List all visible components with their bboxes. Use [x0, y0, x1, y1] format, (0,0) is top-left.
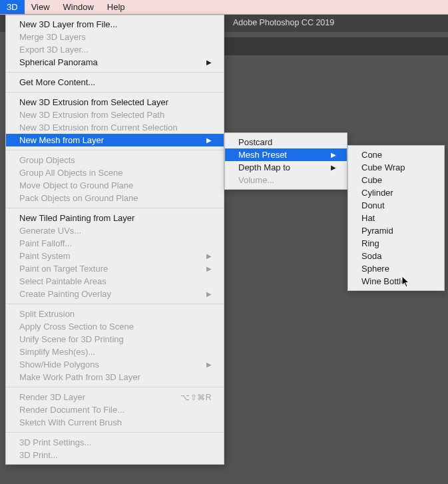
submenu-arrow-icon: ▶ — [206, 290, 212, 298]
menu-item-paint-target-texture: Paint on Target Texture▶ — [6, 262, 224, 275]
menubar-item-view[interactable]: View — [25, 0, 57, 14]
menu-item-paint-system: Paint System▶ — [6, 250, 224, 262]
menu-item-new-mesh-from-layer[interactable]: New Mesh from Layer▶ — [6, 134, 224, 146]
menu-item-make-work-path: Make Work Path from 3D Layer — [6, 371, 224, 383]
menu-separator — [6, 150, 224, 150]
submenu-arrow-icon: ▶ — [206, 136, 212, 144]
menu-item-3d-print-settings: 3D Print Settings... — [6, 436, 224, 449]
menu-item-select-paintable-areas: Select Paintable Areas — [6, 275, 224, 288]
app-title: Adobe Photoshop CC 2019 — [233, 18, 334, 27]
menu-separator — [6, 208, 224, 208]
menu-item-show-hide-polygons: Show/Hide Polygons▶ — [6, 358, 224, 371]
menu-separator — [6, 92, 224, 93]
submenu-item-volume: Volume... — [225, 174, 347, 186]
menu-shortcut: ⌥⇧⌘R — [180, 393, 212, 402]
menu-item-group-objects: Group Objects — [6, 154, 224, 166]
submenu-arrow-icon: ▶ — [206, 265, 212, 272]
menu-separator — [6, 387, 224, 387]
menu-item-paint-falloff: Paint Falloff... — [6, 237, 224, 250]
menu-item-new-3d-layer-from-file[interactable]: New 3D Layer from File... — [6, 18, 224, 31]
menu-item-move-to-ground: Move Object to Ground Plane — [6, 179, 224, 192]
menu-separator — [6, 432, 224, 433]
menu-item-apply-cross-section: Apply Cross Section to Scene — [6, 320, 224, 333]
preset-item-cylinder[interactable]: Cylinder — [348, 186, 444, 199]
menu-item-split-extrusion: Split Extrusion — [6, 308, 224, 320]
preset-item-cone[interactable]: Cone — [348, 148, 444, 161]
menu-item-new-3d-extrusion-layer[interactable]: New 3D Extrusion from Selected Layer — [6, 96, 224, 109]
menu-item-render-document-to-file: Render Document To File... — [6, 403, 224, 416]
toolbar-strip — [224, 37, 448, 55]
menu-item-unify-for-3d-print: Unify Scene for 3D Printing — [6, 333, 224, 346]
menu-item-create-painting-overlay: Create Painting Overlay▶ — [6, 288, 224, 300]
menu-item-generate-uvs: Generate UVs... — [6, 224, 224, 237]
menu-item-group-all-objects: Group All Objects in Scene — [6, 166, 224, 179]
preset-item-soda[interactable]: Soda — [348, 250, 444, 262]
menu-item-sketch-current-brush: Sketch With Current Brush — [6, 416, 224, 429]
menu-item-3d-print: 3D Print... — [6, 449, 224, 461]
preset-item-cube[interactable]: Cube — [348, 174, 444, 186]
submenu-arrow-icon: ▶ — [331, 151, 336, 158]
menubar: 3D View Window Help — [0, 0, 448, 15]
submenu-item-depth-map-to[interactable]: Depth Map to▶ — [225, 161, 347, 174]
menu-item-merge-3d-layers: Merge 3D Layers — [6, 31, 224, 43]
menu-item-pack-on-ground: Pack Objects on Ground Plane — [6, 192, 224, 204]
submenu-mesh-preset: Cone Cube Wrap Cube Cylinder Donut Hat P… — [347, 145, 445, 291]
preset-item-hat[interactable]: Hat — [348, 212, 444, 224]
submenu-new-mesh-from-layer: Postcard Mesh Preset▶ Depth Map to▶ Volu… — [224, 132, 347, 190]
preset-item-cube-wrap[interactable]: Cube Wrap — [348, 161, 444, 174]
preset-item-ring[interactable]: Ring — [348, 237, 444, 250]
submenu-arrow-icon: ▶ — [331, 164, 336, 171]
menu-item-render-3d-layer: Render 3D Layer⌥⇧⌘R — [6, 391, 224, 403]
menu-3d-dropdown: New 3D Layer from File... Merge 3D Layer… — [5, 15, 224, 465]
submenu-arrow-icon: ▶ — [206, 361, 212, 368]
preset-item-pyramid[interactable]: Pyramid — [348, 224, 444, 237]
menu-item-new-tiled-painting[interactable]: New Tiled Painting from Layer — [6, 212, 224, 224]
submenu-item-mesh-preset[interactable]: Mesh Preset▶ — [225, 148, 347, 161]
menu-item-spherical-panorama[interactable]: Spherical Panorama▶ — [6, 56, 224, 69]
menu-item-simplify-meshes: Simplify Mesh(es)... — [6, 346, 224, 358]
submenu-arrow-icon: ▶ — [206, 252, 212, 260]
menu-item-new-3d-extrusion-path: New 3D Extrusion from Selected Path — [6, 109, 224, 121]
menubar-item-window[interactable]: Window — [57, 0, 101, 14]
preset-item-sphere[interactable]: Sphere — [348, 262, 444, 275]
submenu-arrow-icon: ▶ — [206, 59, 212, 66]
submenu-item-postcard[interactable]: Postcard — [225, 136, 347, 148]
menu-item-new-3d-extrusion-selection: New 3D Extrusion from Current Selection — [6, 121, 224, 134]
preset-item-wine-bottle[interactable]: Wine Bottle — [348, 275, 444, 288]
menu-separator — [6, 72, 224, 73]
menubar-item-help[interactable]: Help — [101, 0, 132, 14]
menu-item-export-3d-layer: Export 3D Layer... — [6, 43, 224, 56]
menu-separator — [6, 304, 224, 304]
menu-item-get-more-content[interactable]: Get More Content... — [6, 76, 224, 89]
preset-item-donut[interactable]: Donut — [348, 199, 444, 212]
menubar-item-3d[interactable]: 3D — [0, 0, 25, 14]
